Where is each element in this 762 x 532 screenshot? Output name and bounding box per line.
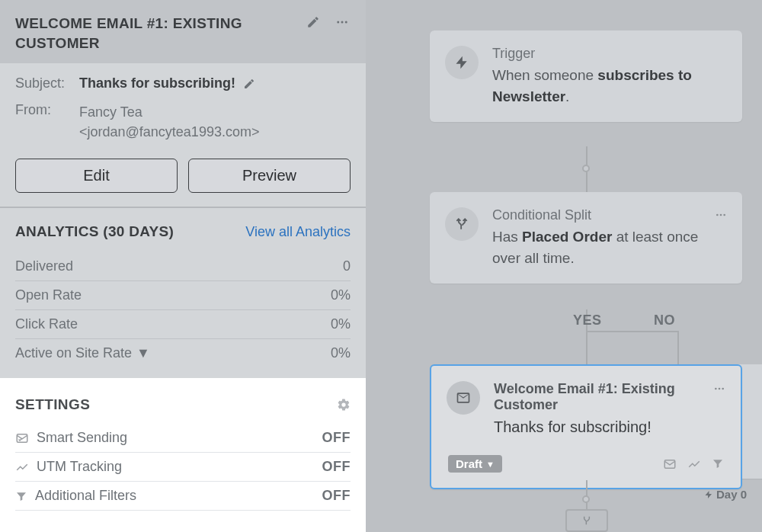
smart-sending-status-icon[interactable] — [663, 457, 677, 471]
svg-point-2 — [345, 21, 347, 24]
svg-point-5 — [720, 214, 722, 216]
edit-subject-icon[interactable] — [243, 78, 255, 90]
utm-status-icon[interactable] — [687, 457, 701, 471]
node-menu-icon[interactable] — [715, 209, 727, 221]
bolt-icon — [704, 490, 713, 499]
trigger-body: When someone subscribes to Newsletter. — [492, 65, 725, 107]
split-label: Conditional Split — [492, 207, 725, 223]
email-node-selected[interactable]: Welcome Email #1: Existing Customer Than… — [430, 364, 742, 489]
edit-button[interactable]: Edit — [15, 159, 178, 193]
settings-row-additional-filters[interactable]: Additional Filters OFF — [15, 482, 351, 511]
from-label: From: — [15, 102, 79, 142]
caret-down-icon: ▼ — [486, 460, 495, 469]
svg-point-4 — [716, 214, 719, 216]
svg-point-9 — [722, 388, 724, 390]
connector-dot — [582, 165, 590, 172]
analytics-section: ANALYTICS (30 DAYS) View all Analytics D… — [0, 208, 366, 378]
analytics-row-click-rate: Click Rate 0% — [15, 310, 351, 339]
filter-status-icon[interactable] — [712, 457, 724, 471]
email-node-title: Welcome Email #1: Existing Customer — [494, 381, 724, 413]
trigger-node[interactable]: Trigger When someone subscribes to Newsl… — [430, 30, 742, 122]
connector — [586, 331, 679, 332]
email-meta: Subject: Thanks for subscribing! From: F… — [0, 63, 366, 207]
split-yes-label: YES — [573, 312, 602, 328]
connector-dot — [582, 495, 590, 503]
connector — [586, 480, 588, 509]
tracking-icon — [15, 460, 29, 474]
from-value: Fancy Tea <jordan@fancytea1993.com> — [79, 102, 351, 142]
day-label: Day 0 — [704, 488, 747, 501]
envelope-check-icon — [15, 431, 29, 445]
panel-header: WELCOME EMAIL #1: EXISTING CUSTOMER — [0, 0, 366, 63]
caret-down-icon: ▼ — [136, 345, 150, 361]
bolt-icon — [445, 46, 479, 79]
edit-title-icon[interactable] — [306, 15, 320, 29]
svg-point-6 — [723, 214, 725, 216]
settings-section: SETTINGS Smart Sending OFF UTM Tracking … — [0, 378, 366, 532]
conditional-split-node[interactable]: Conditional Split Has Placed Order at le… — [430, 192, 742, 284]
draft-status-badge[interactable]: Draft ▼ — [448, 455, 502, 473]
split-body: Has Placed Order at least once over all … — [492, 226, 725, 268]
analytics-row-active-on-site[interactable]: Active on Site Rate ▼ 0% — [15, 339, 351, 367]
svg-point-7 — [715, 388, 717, 390]
settings-title: SETTINGS — [15, 396, 90, 413]
gear-icon[interactable] — [337, 398, 351, 412]
subject-value: Thanks for subscribing! — [79, 75, 351, 91]
analytics-row-open-rate: Open Rate 0% — [15, 281, 351, 310]
analytics-title: ANALYTICS (30 DAYS) — [15, 223, 174, 240]
connector — [677, 331, 679, 364]
settings-row-smart-sending[interactable]: Smart Sending OFF — [15, 424, 351, 453]
svg-point-0 — [337, 21, 339, 24]
svg-point-8 — [719, 388, 721, 390]
side-panel: WELCOME EMAIL #1: EXISTING CUSTOMER Subj… — [0, 0, 366, 532]
more-icon[interactable] — [335, 15, 349, 29]
preview-button[interactable]: Preview — [188, 159, 351, 193]
settings-row-utm-tracking[interactable]: UTM Tracking OFF — [15, 453, 351, 482]
filter-icon — [15, 490, 27, 502]
view-all-analytics-link[interactable]: View all Analytics — [245, 224, 351, 240]
analytics-row-delivered: Delivered 0 — [15, 252, 351, 281]
trigger-label: Trigger — [492, 46, 725, 62]
split-icon — [445, 207, 479, 241]
panel-title: WELCOME EMAIL #1: EXISTING CUSTOMER — [15, 14, 290, 53]
split-no-label: NO — [654, 312, 675, 328]
email-icon — [447, 381, 480, 415]
node-menu-icon[interactable] — [713, 383, 725, 395]
subject-label: Subject: — [15, 75, 79, 91]
next-step-box[interactable] — [565, 509, 608, 532]
svg-point-1 — [341, 21, 344, 24]
email-node-body: Thanks for subscribing! — [494, 416, 724, 438]
flow-canvas[interactable]: Trigger When someone subscribes to Newsl… — [366, 0, 762, 532]
